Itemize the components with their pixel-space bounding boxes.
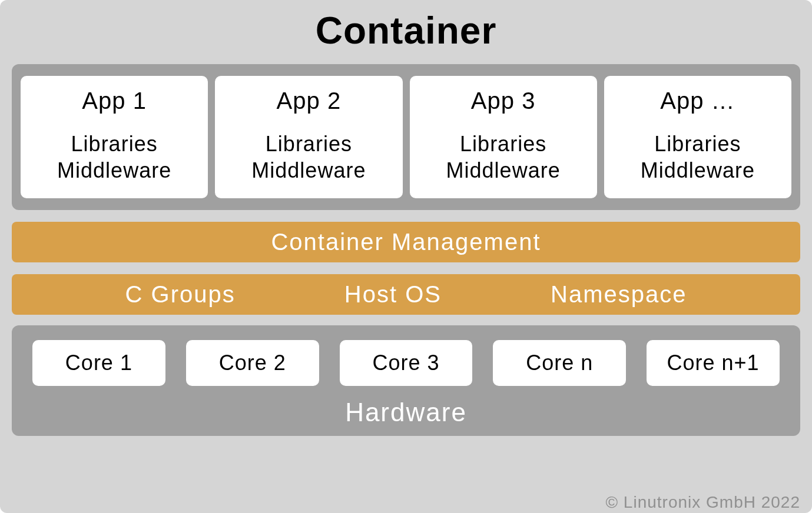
app-libraries: Libraries [416,131,591,157]
core-box: Core n [493,340,626,386]
core-box: Core n+1 [647,340,780,386]
app-box-3: App 3 Libraries Middleware [410,76,597,198]
app-middleware: Middleware [221,157,396,184]
namespace-label: Namespace [551,281,687,308]
cores-row: Core 1 Core 2 Core 3 Core n Core n+1 [32,340,780,386]
core-box: Core 3 [340,340,473,386]
app-libraries: Libraries [221,131,396,157]
copyright-text: © Linutronix GmbH 2022 [605,493,800,512]
app-middleware: Middleware [610,157,786,184]
core-box: Core 2 [186,340,319,386]
core-box: Core 1 [32,340,165,386]
app-title: App 2 [221,88,396,114]
diagram-container: Container App 1 Libraries Middleware App… [0,0,812,513]
hardware-label: Hardware [32,398,780,427]
app-box-1: App 1 Libraries Middleware [21,76,208,198]
app-title: App 1 [26,88,202,114]
app-libraries: Libraries [610,131,786,157]
app-middleware: Middleware [26,157,202,184]
hardware-container: Core 1 Core 2 Core 3 Core n Core n+1 Har… [12,325,800,436]
cgroups-label: C Groups [125,281,236,308]
os-bar: C Groups Host OS Namespace [12,274,800,315]
host-os-label: Host OS [344,281,442,308]
app-box-2: App 2 Libraries Middleware [215,76,402,198]
container-management-bar: Container Management [12,222,800,262]
app-box-n: App … Libraries Middleware [604,76,791,198]
app-libraries: Libraries [26,131,202,157]
apps-container: App 1 Libraries Middleware App 2 Librari… [12,64,800,210]
container-management-label: Container Management [271,229,541,255]
app-title: App … [610,88,786,114]
app-middleware: Middleware [416,157,591,184]
app-title: App 3 [416,88,591,114]
main-title: Container [12,9,800,52]
